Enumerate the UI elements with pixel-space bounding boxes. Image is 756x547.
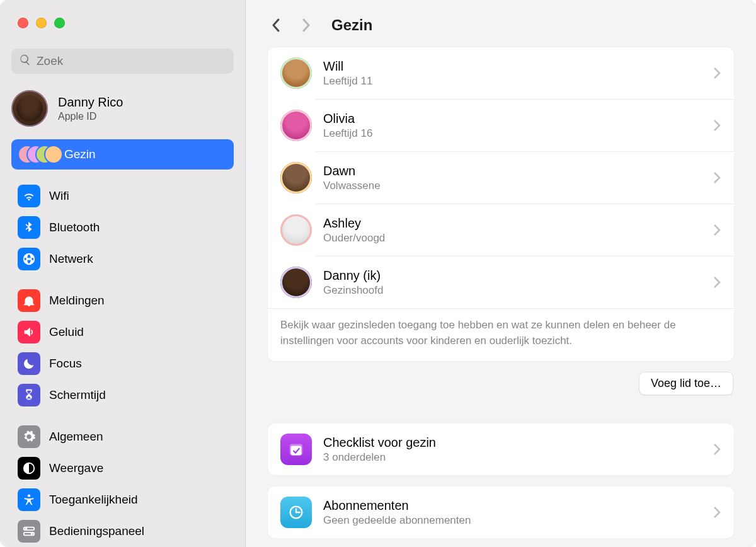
search-input[interactable]: [37, 54, 226, 68]
bell-icon: [18, 289, 40, 312]
subscriptions-panel: Abonnementen Geen gedeelde abonnementen: [267, 486, 735, 539]
back-button[interactable]: [268, 18, 284, 33]
member-name: Danny (ik): [323, 268, 383, 283]
checklist-title: Checklist voor gezin: [323, 435, 436, 450]
sidebar-item-label: Gezin: [64, 147, 96, 161]
sidebar-item-label: Schermtijd: [49, 388, 106, 402]
forward-button[interactable]: [299, 18, 314, 33]
chevron-right-icon: [713, 171, 721, 185]
sidebar-item-toegankelijkheid[interactable]: Toegankelijkheid: [11, 485, 234, 515]
sidebar-item-label: Algemeen: [49, 430, 103, 444]
sidebar-item-label: Weergave: [49, 461, 103, 475]
member-name: Ashley: [323, 216, 385, 231]
sidebar-item-netwerk[interactable]: Netwerk: [11, 244, 234, 274]
member-sub: Leeftijd 11: [323, 75, 372, 88]
sidebar-item-algemeen[interactable]: Algemeen: [11, 422, 234, 452]
member-name: Olivia: [323, 112, 372, 126]
family-member-row[interactable]: Dawn Volwassene: [268, 152, 734, 204]
sidebar-item-label: Bedieningspaneel: [49, 524, 144, 538]
sidebar-item-meldingen[interactable]: Meldingen: [11, 285, 234, 316]
moon-icon: [18, 352, 40, 375]
user-avatar: [11, 90, 48, 127]
chevron-right-icon: [713, 442, 721, 456]
chevron-right-icon: [713, 505, 721, 519]
speaker-icon: [18, 321, 40, 343]
sidebar-item-label: Wifi: [49, 189, 69, 203]
chevron-right-icon: [713, 118, 721, 132]
sidebar-item-label: Bluetooth: [49, 221, 100, 234]
member-sub: Volwassene: [323, 180, 381, 192]
user-sub: Apple ID: [58, 111, 123, 122]
user-name: Danny Rico: [58, 95, 123, 110]
globe-icon: [18, 248, 40, 270]
sidebar-item-schermtijd[interactable]: Schermtijd: [11, 380, 234, 410]
search-field[interactable]: [11, 49, 234, 74]
sidebar-item-gezin[interactable]: Gezin: [11, 139, 234, 170]
sidebar-item-label: Toegankelijkheid: [49, 493, 138, 507]
sidebar-item-label: Netwerk: [49, 252, 93, 266]
content-pane: Gezin Will Leeftijd 11 Olivia Leeftijd 1…: [246, 0, 756, 547]
subscriptions-sub: Geen gedeelde abonnementen: [323, 514, 471, 527]
chevron-right-icon: [713, 275, 721, 289]
sidebar: Danny Rico Apple ID Gezin WifiBluetoothN…: [0, 0, 246, 547]
sidebar-item-label: Meldingen: [49, 294, 105, 308]
sidebar-item-bedieningspaneel[interactable]: Bedieningspaneel: [11, 516, 234, 546]
sidebar-item-label: Focus: [49, 357, 82, 371]
chevron-right-icon: [713, 66, 721, 80]
subscriptions-title: Abonnementen: [323, 498, 471, 513]
sidebar-item-bluetooth[interactable]: Bluetooth: [11, 212, 234, 243]
members-footer-text: Bekijk waar gezinsleden toegang toe hebb…: [268, 308, 734, 361]
svg-point-5: [31, 533, 33, 535]
sidebar-item-weergave[interactable]: Weergave: [11, 453, 234, 483]
chevron-right-icon: [713, 223, 721, 237]
member-name: Dawn: [323, 164, 381, 178]
checklist-sub: 3 onderdelen: [323, 451, 436, 464]
add-member-button[interactable]: Voeg lid toe…: [639, 372, 733, 395]
family-checklist-row[interactable]: Checklist voor gezin 3 onderdelen: [268, 423, 734, 475]
search-icon: [19, 54, 32, 69]
content-header: Gezin: [246, 0, 756, 47]
sidebar-item-geluid[interactable]: Geluid: [11, 317, 234, 347]
subscriptions-row[interactable]: Abonnementen Geen gedeelde abonnementen: [268, 487, 734, 538]
family-member-row[interactable]: Olivia Leeftijd 16: [268, 100, 734, 151]
sidebar-item-label: Geluid: [49, 325, 84, 339]
apple-id-row[interactable]: Danny Rico Apple ID: [0, 83, 245, 137]
member-name: Will: [323, 59, 372, 74]
member-sub: Ouder/voogd: [323, 232, 385, 245]
bluetooth-icon: [18, 216, 40, 239]
family-icon: [18, 143, 55, 166]
gear-icon: [18, 425, 40, 448]
zoom-window-button[interactable]: [54, 18, 65, 28]
svg-rect-7: [291, 446, 302, 456]
contrast-icon: [18, 457, 40, 480]
hourglass-icon: [18, 384, 40, 406]
family-member-row[interactable]: Will Leeftijd 11: [268, 47, 734, 99]
svg-point-3: [25, 527, 28, 530]
svg-point-1: [28, 494, 30, 497]
switches-icon: [18, 520, 40, 543]
window-controls: [0, 18, 245, 43]
family-member-row[interactable]: Ashley Ouder/voogd: [268, 204, 734, 256]
member-avatar: [280, 57, 312, 89]
minimize-window-button[interactable]: [36, 18, 47, 28]
wifi-icon: [18, 185, 40, 207]
member-avatar: [280, 267, 312, 298]
sidebar-item-wifi[interactable]: Wifi: [11, 181, 234, 211]
member-avatar: [280, 110, 312, 141]
sidebar-item-focus[interactable]: Focus: [11, 348, 234, 379]
member-avatar: [280, 162, 312, 193]
family-members-panel: Will Leeftijd 11 Olivia Leeftijd 16 Dawn…: [267, 47, 735, 362]
member-sub: Leeftijd 16: [323, 127, 372, 140]
settings-window: Danny Rico Apple ID Gezin WifiBluetoothN…: [0, 0, 756, 547]
close-window-button[interactable]: [18, 18, 28, 28]
subscriptions-icon: [280, 497, 312, 528]
accessibility-icon: [18, 488, 40, 511]
member-avatar: [280, 214, 312, 246]
family-checklist-panel: Checklist voor gezin 3 onderdelen: [267, 423, 735, 476]
member-sub: Gezinshoofd: [323, 284, 383, 297]
family-member-row[interactable]: Danny (ik) Gezinshoofd: [268, 256, 734, 308]
page-title: Gezin: [331, 16, 372, 34]
checklist-icon: [280, 434, 312, 465]
